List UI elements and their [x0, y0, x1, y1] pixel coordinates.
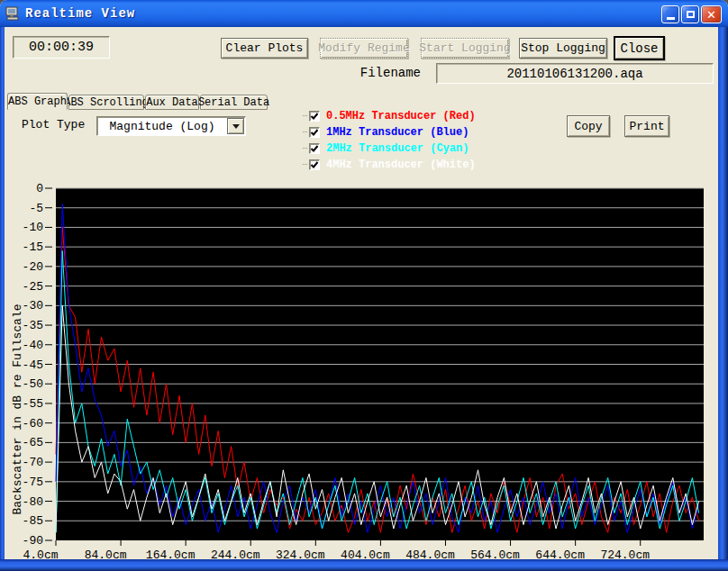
y-tick-label: -20: [23, 260, 43, 274]
y-tick-label: -90: [23, 534, 43, 548]
titlebar[interactable]: Realtime View ✕: [0, 0, 728, 27]
filename-value: 20110106131200.aqa: [436, 63, 714, 84]
y-tick-label: 0: [36, 182, 43, 195]
clear-plots-button[interactable]: Clear Plots: [221, 38, 308, 59]
window-title: Realtime View: [25, 6, 135, 21]
transducer-checkbox-1mhz[interactable]: 1MHz Transducer (Blue): [303, 125, 469, 140]
copy-button[interactable]: Copy: [567, 115, 610, 137]
checkbox-checked-icon: [309, 111, 320, 122]
print-button[interactable]: Print: [624, 115, 669, 137]
minimize-icon: [667, 17, 675, 20]
transducer-checkbox-0_5mhz[interactable]: 0.5MHz Transducer (Red): [303, 109, 476, 123]
stop-logging-button[interactable]: Stop Logging: [519, 38, 607, 59]
y-tick-label: -35: [23, 319, 43, 332]
y-tick-label: -10: [23, 221, 43, 234]
close-window-button[interactable]: ✕: [701, 5, 722, 23]
plot-type-value: Magnitude (Log): [97, 120, 227, 133]
tab-serial-data[interactable]: Serial Data: [200, 95, 268, 110]
start-logging-button: Start Logging: [421, 38, 509, 59]
close-icon: ✕: [706, 9, 716, 21]
y-tick-label: -65: [23, 436, 43, 449]
elapsed-time-display: 00:00:39: [13, 36, 110, 59]
checkbox-checked-icon: [309, 127, 320, 138]
transducer-label: 1MHz Transducer (Blue): [326, 126, 469, 139]
tab-abs-scrolling[interactable]: ABS Scrolling: [68, 95, 144, 110]
window-border-right: [718, 27, 728, 571]
y-tick-label: -50: [23, 377, 43, 391]
y-tick-label: -60: [23, 417, 43, 431]
y-tick-label: -80: [23, 495, 43, 509]
chevron-down-icon: [232, 124, 240, 129]
transducer-checkbox-2mhz[interactable]: 2MHz Transducer (Cyan): [303, 141, 469, 156]
abs-backscatter-plot: 0-5-10-15-20-25-30-35-40-45-50-55-60-65-…: [0, 176, 728, 571]
y-tick-label: -45: [23, 358, 43, 372]
transducer-label: 2MHz Transducer (Cyan): [326, 142, 469, 155]
close-button[interactable]: Close: [614, 36, 665, 60]
y-tick-label: -5: [29, 202, 43, 215]
modify-regime-button: Modify Regime: [320, 38, 408, 59]
realtime-view-window: Realtime View ✕ 00:00:39 Clear Plots Mod…: [0, 0, 728, 571]
y-tick-label: -55: [23, 397, 43, 411]
y-tick-label: -15: [23, 240, 43, 254]
tab-abs-graph[interactable]: ABS Graph: [7, 93, 68, 110]
plot-type-dropdown[interactable]: Magnitude (Log): [96, 116, 246, 136]
maximize-icon: [687, 11, 695, 18]
minimize-button[interactable]: [661, 5, 679, 23]
y-tick-label: -85: [23, 514, 43, 528]
y-tick-label: -25: [23, 280, 43, 294]
y-axis-title: Backscatter in dB re Fullscale: [11, 304, 24, 514]
tab-aux-data[interactable]: Aux Data: [145, 95, 199, 110]
transducer-checkbox-4mhz[interactable]: 4MHz Transducer (White): [303, 158, 476, 172]
y-tick-label: -70: [23, 456, 43, 469]
transducer-label: 0.5MHz Transducer (Red): [326, 110, 476, 122]
y-tick-label: -40: [23, 339, 43, 352]
dropdown-arrow-button[interactable]: [227, 118, 244, 134]
checkbox-checked-icon: [309, 143, 320, 154]
window-border-left: [0, 27, 5, 571]
application-icon: [5, 6, 20, 21]
window-border-bottom: [0, 559, 728, 571]
filename-label: Filename: [354, 66, 421, 80]
y-tick-label: -75: [23, 476, 43, 489]
y-tick-label: -30: [23, 299, 43, 313]
transducer-label: 4MHz Transducer (White): [326, 159, 476, 171]
maximize-button[interactable]: [681, 5, 699, 23]
checkbox-checked-icon: [309, 159, 320, 170]
plot-type-label: Plot Type: [22, 118, 85, 131]
